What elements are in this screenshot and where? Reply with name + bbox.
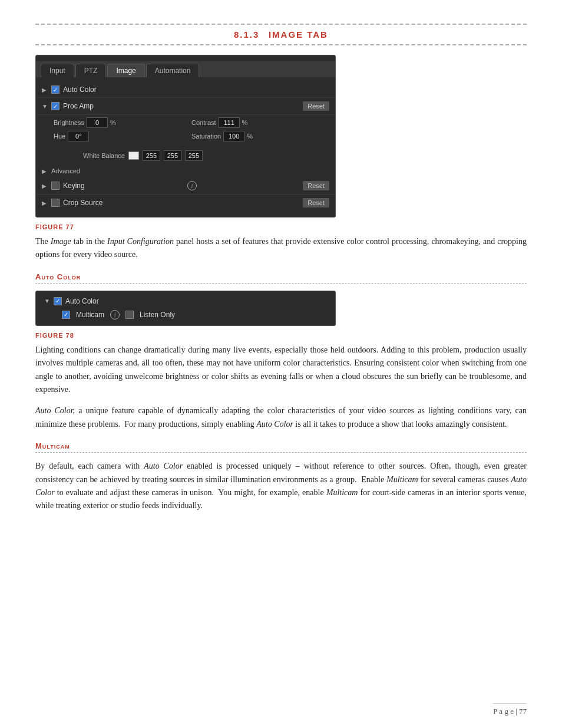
white-balance-swatch [128,151,139,160]
auto-color-panel-row1: ▼ ✓ Auto Color [44,297,327,305]
brightness-field: Brightness 0 % [54,117,191,128]
auto-color-row: ▶ ✓ Auto Color [36,82,335,98]
section-number: 8.1.3 [234,29,259,39]
section-heading: 8.1.3 IMAGE TAB [35,24,527,45]
white-balance-row: White Balance 255 255 255 [36,147,335,164]
wb-red[interactable]: 255 [143,150,160,161]
multicam-italic2: Multicam [326,488,358,497]
hue-value[interactable]: 0° [68,131,89,141]
brightness-unit: % [110,119,116,126]
main-ui-panel: Input PTZ Image Automation ▶ ✓ Auto Colo… [35,55,336,218]
keying-label: Keying [63,182,85,190]
crop-expand-arrow[interactable]: ▶ [42,200,48,206]
crop-source-row: ▶ Crop Source Reset [36,195,335,211]
saturation-unit: % [247,133,253,140]
wb-blue[interactable]: 255 [185,150,203,161]
contrast-label: Contrast [191,119,216,126]
crop-checkbox[interactable] [51,199,59,207]
panel-tabs: Input PTZ Image Automation [36,61,335,77]
white-balance-label: White Balance [83,152,125,159]
saturation-value[interactable]: 100 [223,131,244,141]
figure77-italic2: Input Configuration [107,237,174,246]
listen-only-checkbox[interactable] [125,311,134,319]
crop-label: Crop Source [63,199,103,207]
figure77-italic1: Image [51,237,71,246]
hue-field: Hue 0° [54,131,191,141]
proc-amp-label: Proc Amp [63,102,94,110]
contrast-unit: % [242,119,248,126]
expand-arrow[interactable]: ▶ [42,87,48,93]
multicam-info-icon[interactable]: i [110,310,120,319]
brightness-value[interactable]: 0 [87,117,108,128]
keying-info-icon[interactable]: i [187,181,197,190]
auto-color-italic3: Auto Color [144,462,183,470]
figure77-text2: tab in the [71,237,107,246]
proc-amp-reset-btn[interactable]: Reset [303,101,329,111]
brightness-label: Brightness [54,119,84,126]
page-number: P a g e | 77 [493,707,527,716]
wb-green[interactable]: 255 [164,150,181,161]
tab-automation[interactable]: Automation [146,64,200,77]
figure-78-label: FIGURE 78 [35,332,527,339]
saturation-field: Saturation 100 % [191,131,329,141]
keying-checkbox[interactable] [51,182,59,190]
auto-color-panel-checkbox[interactable]: ✓ [54,297,62,305]
auto-color-heading: Auto Color [35,272,527,284]
auto-color-italic: Auto Color, [35,406,75,415]
advanced-expand-arrow[interactable]: ▶ [42,168,48,174]
tab-image[interactable]: Image [107,64,144,77]
keying-reset-btn[interactable]: Reset [303,181,329,190]
page: 8.1.3 IMAGE TAB Input PTZ Image Automati… [0,0,562,728]
section-title: IMAGE TAB [269,29,328,39]
crop-reset-btn[interactable]: Reset [303,198,329,207]
proc-amp-checkbox[interactable]: ✓ [51,102,59,110]
multicam-checkbox[interactable]: ✓ [62,311,70,319]
contrast-value[interactable]: 111 [219,117,240,128]
page-footer: P a g e | 77 [493,703,527,716]
advanced-label: Advanced [51,167,80,174]
figure-77-description: The Image tab in the Input Configuration… [35,235,527,262]
multicam-italic: Multicam [386,475,418,484]
multicam-heading: Multicam [35,442,527,453]
tab-ptz[interactable]: PTZ [75,64,107,77]
multicam-para: By default, each camera with Auto Color … [35,460,527,513]
contrast-field: Contrast 111 % [191,117,329,128]
figure77-text1: The [35,237,51,246]
auto-color-italic2: Auto Color [256,420,293,429]
auto-color-checkbox[interactable]: ✓ [51,85,59,94]
figure-77-label: FIGURE 77 [35,223,527,230]
listen-only-label: Listen Only [140,311,175,319]
multicam-label: Multicam [76,311,104,319]
proc-amp-row: ▼ ✓ Proc Amp Reset [36,98,335,115]
proc-amp-fields: Brightness 0 % Contrast 111 % Hue 0° Sat… [36,115,335,147]
auto-color-panel-label: Auto Color [65,297,99,305]
figure78-para2: Auto Color, a unique feature capable of … [35,404,527,431]
figure78-para1: Lighting conditions can change dramatica… [35,344,527,397]
auto-color-panel: ▼ ✓ Auto Color ✓ Multicam i Listen Only [35,291,336,326]
auto-color-panel-row2: ✓ Multicam i Listen Only [44,310,327,319]
saturation-label: Saturation [191,133,221,140]
keying-expand-arrow[interactable]: ▶ [42,183,48,189]
auto-color-italic4: Auto Color [35,475,527,497]
advanced-row: ▶ Advanced [36,164,335,177]
hue-label: Hue [54,133,65,140]
auto-color-label: Auto Color [63,85,97,94]
auto-color-panel-arrow[interactable]: ▼ [44,298,50,304]
keying-row: ▶ Keying i Reset [36,177,335,195]
collapse-arrow[interactable]: ▼ [42,103,48,110]
tab-input[interactable]: Input [41,64,74,77]
